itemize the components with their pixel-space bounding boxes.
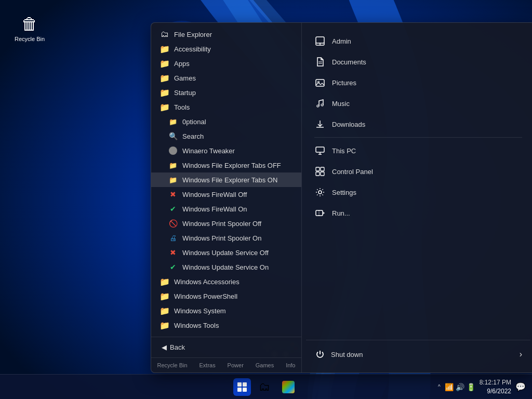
system-clock[interactable]: 8:12:17 PM 9/6/2022: [480, 378, 511, 396]
run-label: Run...: [332, 209, 350, 217]
shutdown-button[interactable]: Shut down ›: [306, 344, 530, 364]
menu-item-windows-tools[interactable]: 📁 Windows Tools: [151, 318, 301, 332]
tab-extras[interactable]: Extras: [195, 361, 219, 369]
menu-item-search[interactable]: 🔍 Search: [151, 129, 301, 143]
volume-icon[interactable]: 🔊: [456, 383, 464, 391]
music-label: Music: [332, 100, 350, 108]
this-pc-label: This PC: [332, 147, 356, 155]
svg-point-17: [318, 191, 322, 194]
taskbar-store-icon: [282, 381, 295, 393]
taskbar-file-explorer-button[interactable]: 🗂: [254, 377, 275, 397]
right-item-run[interactable]: Run...: [306, 203, 530, 223]
right-item-downloads[interactable]: Downloads: [306, 114, 530, 134]
taskbar-center: 🗂: [233, 377, 299, 397]
svg-rect-13: [316, 167, 320, 171]
menu-item-startup[interactable]: 📁 Startup: [151, 85, 301, 100]
back-button[interactable]: ◀ Back: [157, 341, 189, 353]
menu-item-firewall-off[interactable]: ✖ Windows FireWall Off: [151, 187, 301, 202]
taskbar-store-button[interactable]: [278, 377, 299, 397]
right-panel-bottom: Shut down ›: [306, 340, 530, 364]
right-item-settings[interactable]: Settings: [306, 182, 530, 202]
tab-power[interactable]: Power: [223, 361, 248, 369]
search-icon: 🔍: [168, 131, 178, 141]
network-icon[interactable]: 📶: [445, 383, 454, 391]
menu-item-file-explorer[interactable]: 🗂 File Explorer: [151, 27, 301, 42]
right-item-music[interactable]: Music: [306, 94, 530, 113]
start-menu-tabs: Recycle Bin Extras Power Games Info: [151, 357, 301, 373]
menu-item-apps[interactable]: 📁 Apps: [151, 56, 301, 71]
system-tray-icons: ^ 📶 🔊 🔋: [436, 382, 475, 392]
apps-icon: 📁: [159, 58, 170, 69]
taskbar-file-explorer-icon: 🗂: [259, 380, 270, 394]
print-spooler-off-icon: 🚫: [168, 218, 178, 229]
start-menu-left-panel: 🗂 File Explorer 📁 Accessibility 📁 Apps 📁…: [151, 23, 302, 373]
right-item-documents[interactable]: Documents: [306, 52, 530, 72]
start-menu-bottom-bar: ◀ Back: [151, 337, 301, 357]
clock-time: 8:12:17 PM: [480, 378, 511, 387]
svg-rect-3: [316, 37, 324, 43]
menu-item-accessibility[interactable]: 📁 Accessibility: [151, 42, 301, 56]
pictures-icon: [314, 77, 326, 88]
menu-item-optional[interactable]: 📁 0ptional: [151, 114, 301, 129]
print-spooler-on-icon: 🖨: [168, 233, 178, 243]
tab-games[interactable]: Games: [251, 361, 278, 369]
recycle-bin-desktop-icon[interactable]: 🗑 Recycle Bin: [10, 10, 49, 46]
back-arrow-icon: ◀: [162, 343, 167, 351]
music-icon: [314, 98, 326, 109]
start-menu: 🗂 File Explorer 📁 Accessibility 📁 Apps 📁…: [151, 22, 532, 373]
accessibility-icon: 📁: [159, 44, 170, 54]
shutdown-arrow-icon: ›: [520, 350, 522, 359]
run-icon: [314, 207, 326, 219]
menu-item-explorer-tabs-on[interactable]: 📁 Windows File Explorer Tabs ON: [151, 172, 301, 187]
menu-item-print-spooler-on[interactable]: 🖨 Windows Print Spooler On: [151, 231, 301, 245]
startup-icon: 📁: [159, 87, 170, 98]
back-label: Back: [170, 343, 185, 351]
taskbar: 🗂 ^ 📶 🔊 🔋 8:12:17 PM 9/6/2022 💬: [0, 374, 532, 399]
settings-label: Settings: [332, 189, 356, 196]
windows-start-button[interactable]: [233, 378, 251, 396]
system-icon: 📁: [159, 305, 170, 316]
tab-recycle-bin[interactable]: Recycle Bin: [153, 361, 191, 369]
menu-item-explorer-tabs-off[interactable]: 📁 Windows File Explorer Tabs OFF: [151, 158, 301, 172]
svg-rect-15: [316, 172, 320, 176]
menu-item-winaero-tweaker[interactable]: Winaero Tweaker: [151, 143, 301, 158]
menu-item-firewall-on[interactable]: ✔ Windows FireWall On: [151, 202, 301, 216]
right-item-admin[interactable]: Admin: [306, 31, 530, 51]
control-panel-icon: [314, 166, 326, 177]
svg-rect-7: [316, 79, 324, 86]
tools-icon: 📁: [159, 102, 170, 112]
tray-expand-button[interactable]: ^: [436, 382, 443, 392]
settings-icon: [314, 187, 326, 198]
accessories-icon: 📁: [159, 276, 170, 287]
this-pc-icon: [314, 145, 326, 156]
file-explorer-icon: 🗂: [159, 29, 170, 39]
menu-item-windows-accessories[interactable]: 📁 Windows Accessories: [151, 274, 301, 289]
winaero-icon: [168, 145, 178, 156]
menu-item-windows-system[interactable]: 📁 Windows System: [151, 303, 301, 318]
notification-icon[interactable]: 💬: [515, 382, 526, 392]
menu-item-tools[interactable]: 📁 Tools: [151, 100, 301, 114]
menu-item-games[interactable]: 📁 Games: [151, 71, 301, 85]
menu-item-update-off[interactable]: ✖ Windows Update Service Off: [151, 245, 301, 260]
menu-item-update-on[interactable]: ✔ Windows Update Service On: [151, 260, 301, 274]
shutdown-left: Shut down: [314, 349, 363, 360]
svg-rect-14: [321, 167, 324, 171]
right-item-pictures[interactable]: Pictures: [306, 73, 530, 92]
shutdown-label: Shut down: [331, 351, 363, 358]
taskbar-right: ^ 📶 🔊 🔋 8:12:17 PM 9/6/2022 💬: [436, 378, 532, 396]
battery-icon[interactable]: 🔋: [467, 383, 475, 391]
explorer-tabs-on-icon: 📁: [168, 175, 178, 185]
right-item-control-panel[interactable]: Control Panel: [306, 162, 530, 181]
shutdown-icon: [314, 349, 326, 360]
menu-item-windows-powershell[interactable]: 📁 Windows PowerShell: [151, 289, 301, 303]
control-panel-label: Control Panel: [332, 168, 373, 176]
menu-item-print-spooler-off[interactable]: 🚫 Windows Print Spooler Off: [151, 216, 301, 231]
clock-date: 9/6/2022: [480, 387, 511, 396]
update-off-icon: ✖: [168, 247, 178, 258]
downloads-label: Downloads: [332, 121, 365, 128]
admin-label: Admin: [332, 37, 351, 45]
explorer-tabs-off-icon: 📁: [168, 160, 178, 170]
recycle-bin-label: Recycle Bin: [15, 36, 45, 42]
right-item-this-pc[interactable]: This PC: [306, 141, 530, 161]
tab-info[interactable]: Info: [282, 361, 299, 369]
